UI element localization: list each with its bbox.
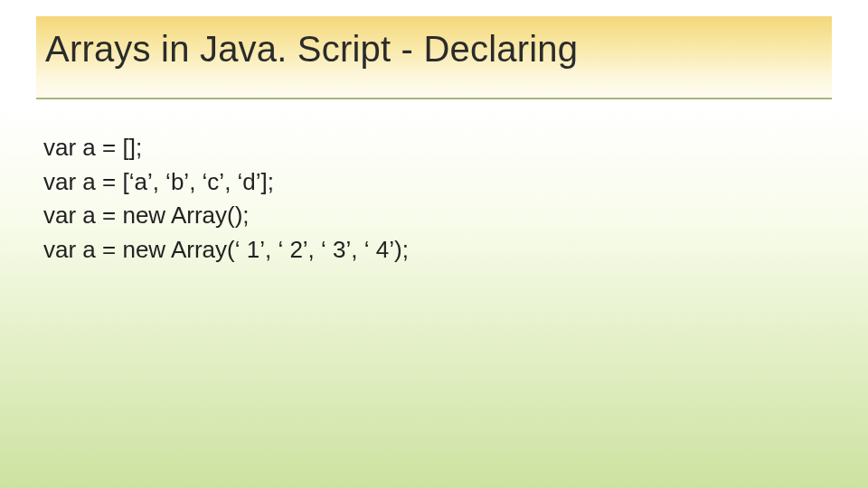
- code-line: var a = [];: [43, 131, 825, 165]
- code-line: var a = new Array(‘ 1’, ‘ 2’, ‘ 3’, ‘ 4’…: [43, 233, 825, 267]
- slide-body: var a = []; var a = [‘a’, ‘b’, ‘c’, ‘d’]…: [43, 131, 825, 267]
- slide: Arrays in Java. Script - Declaring var a…: [0, 0, 868, 488]
- title-bar: Arrays in Java. Script - Declaring: [36, 16, 832, 99]
- slide-title: Arrays in Java. Script - Declaring: [45, 29, 823, 70]
- code-line: var a = [‘a’, ‘b’, ‘c’, ‘d’];: [43, 165, 825, 200]
- code-line: var a = new Array();: [43, 199, 825, 233]
